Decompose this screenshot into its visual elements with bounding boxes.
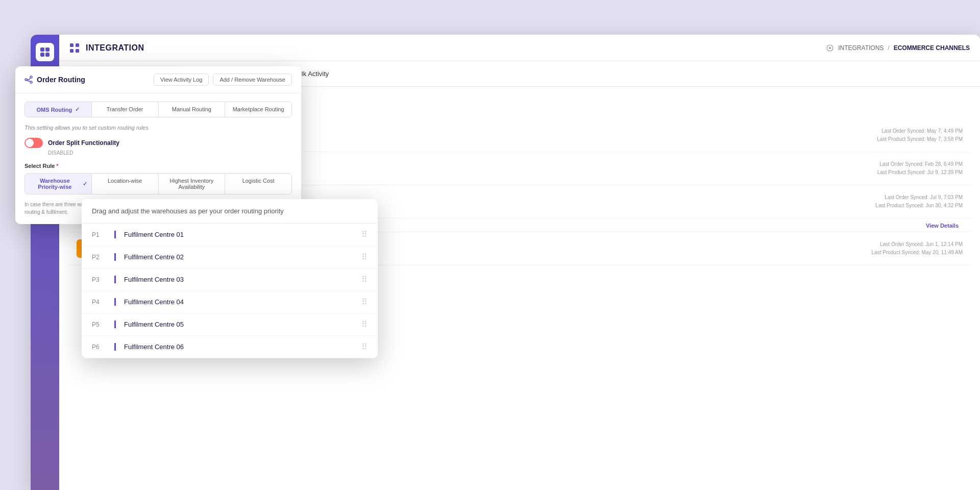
warehouse-modal-header: Drag and adjust the warehouses as per yo… bbox=[82, 199, 378, 224]
drag-handle[interactable]: ⠿ bbox=[361, 275, 368, 284]
warehouse-table: P1 Fulfilment Centre 01 ⠿ P2 Fulfilment … bbox=[82, 224, 378, 358]
drag-handle[interactable]: ⠿ bbox=[361, 252, 368, 262]
channel-sync: Last Order Synced: Feb 28, 6:49 PM Last … bbox=[877, 160, 963, 177]
wh-priority: P6 bbox=[92, 344, 106, 351]
wh-name: Fulfilment Centre 01 bbox=[114, 231, 353, 238]
rule-tab-logistic[interactable]: Logistic Cost bbox=[225, 174, 291, 194]
wh-name: Fulfilment Centre 06 bbox=[114, 343, 353, 351]
order-split-label: Order Split Functionality bbox=[48, 139, 119, 146]
warehouse-row-p3[interactable]: P3 Fulfilment Centre 03 ⠿ bbox=[82, 268, 378, 291]
drag-handle[interactable]: ⠿ bbox=[361, 230, 368, 239]
wh-priority: P1 bbox=[92, 231, 106, 238]
modal-header: Order Routing View Activity Log Add / Re… bbox=[15, 66, 301, 93]
drag-handle[interactable]: ⠿ bbox=[361, 342, 368, 352]
breadcrumb-integrations: INTEGRATIONS bbox=[838, 44, 884, 52]
rule-tab-warehouse-priority[interactable]: Warehouse Priority-wise bbox=[25, 174, 92, 194]
routing-tab-transfer[interactable]: Transfer Order bbox=[92, 102, 159, 117]
required-star: * bbox=[55, 163, 58, 169]
wh-name: Fulfilment Centre 02 bbox=[114, 253, 353, 261]
routing-tab-oms[interactable]: OMS Routing bbox=[25, 102, 92, 117]
modal-actions: View Activity Log Add / Remove Warehouse bbox=[154, 74, 292, 86]
svg-rect-6 bbox=[45, 47, 50, 52]
view-details-button[interactable]: View Details bbox=[922, 218, 963, 233]
wh-priority: P5 bbox=[92, 321, 106, 328]
integration-icon bbox=[69, 43, 80, 53]
breadcrumb-sep: / bbox=[888, 44, 889, 52]
view-activity-log-button[interactable]: View Activity Log bbox=[154, 74, 209, 86]
order-split-row: Order Split Functionality bbox=[24, 138, 292, 148]
sidebar-logo bbox=[36, 43, 54, 61]
breadcrumb-channels: ECOMMERCE CHANNELS bbox=[894, 44, 970, 52]
warehouse-row-p2[interactable]: P2 Fulfilment Centre 02 ⠿ bbox=[82, 246, 378, 268]
svg-rect-21 bbox=[76, 43, 79, 47]
setting-hint: This setting allows you to set custom ro… bbox=[24, 125, 292, 131]
wh-name: Fulfilment Centre 03 bbox=[114, 276, 353, 283]
wh-priority: P4 bbox=[92, 299, 106, 306]
warehouse-row-p4[interactable]: P4 Fulfilment Centre 04 ⠿ bbox=[82, 291, 378, 313]
svg-point-37 bbox=[30, 81, 32, 83]
add-remove-warehouse-button[interactable]: Add / Remove Warehouse bbox=[213, 74, 292, 86]
warehouse-row-p1[interactable]: P1 Fulfilment Centre 01 ⠿ bbox=[82, 224, 378, 246]
wh-name: Fulfilment Centre 04 bbox=[114, 298, 353, 306]
routing-icon bbox=[24, 76, 33, 84]
drag-handle[interactable]: ⠿ bbox=[361, 320, 368, 329]
integration-title: INTEGRATION bbox=[86, 43, 144, 53]
channel-sync: Last Order Synced: Jul 9, 7:03 PM Last P… bbox=[875, 193, 963, 210]
rule-tab-location[interactable]: Location-wise bbox=[92, 174, 159, 194]
breadcrumb: INTEGRATIONS / ECOMMERCE CHANNELS bbox=[826, 44, 970, 52]
svg-rect-5 bbox=[40, 47, 44, 52]
wh-priority: P2 bbox=[92, 254, 106, 261]
disabled-label: DISABLED bbox=[48, 150, 292, 156]
rule-tabs: Warehouse Priority-wise Location-wise Hi… bbox=[24, 173, 292, 194]
svg-rect-22 bbox=[70, 49, 74, 53]
header-bar: INTEGRATION INTEGRATIONS / ECOMMERCE CHA… bbox=[59, 35, 980, 61]
svg-rect-7 bbox=[40, 53, 44, 57]
wh-priority: P3 bbox=[92, 276, 106, 283]
channel-sync: Last Order Synced: Jun 1, 12:14 PM Last … bbox=[872, 240, 963, 257]
routing-tabs: OMS Routing Transfer Order Manual Routin… bbox=[24, 102, 292, 117]
svg-rect-20 bbox=[70, 43, 74, 47]
channel-sync: Last Order Synced: May 7, 4:49 PM Last P… bbox=[877, 127, 963, 143]
modal-title: Order Routing bbox=[37, 76, 85, 84]
svg-rect-8 bbox=[45, 53, 50, 57]
warehouse-modal: Drag and adjust the warehouses as per yo… bbox=[82, 199, 378, 358]
svg-point-35 bbox=[25, 79, 27, 81]
drag-handle[interactable]: ⠿ bbox=[361, 297, 368, 307]
warehouse-row-p5[interactable]: P5 Fulfilment Centre 05 ⠿ bbox=[82, 313, 378, 336]
routing-tab-marketplace[interactable]: Marketplace Routing bbox=[225, 102, 291, 117]
svg-rect-23 bbox=[76, 49, 79, 53]
svg-point-25 bbox=[829, 47, 831, 49]
select-rule-label: Select Rule * bbox=[24, 163, 292, 169]
svg-point-36 bbox=[30, 76, 32, 78]
home-icon bbox=[826, 44, 834, 52]
rule-tab-inventory[interactable]: Highest Inventory Availability bbox=[159, 174, 226, 194]
order-split-toggle[interactable] bbox=[24, 138, 43, 148]
routing-tab-manual[interactable]: Manual Routing bbox=[159, 102, 226, 117]
wh-name: Fulfilment Centre 05 bbox=[114, 321, 353, 328]
modal-title-row: Order Routing bbox=[24, 76, 85, 84]
warehouse-row-p6[interactable]: P6 Fulfilment Centre 06 ⠿ bbox=[82, 336, 378, 358]
